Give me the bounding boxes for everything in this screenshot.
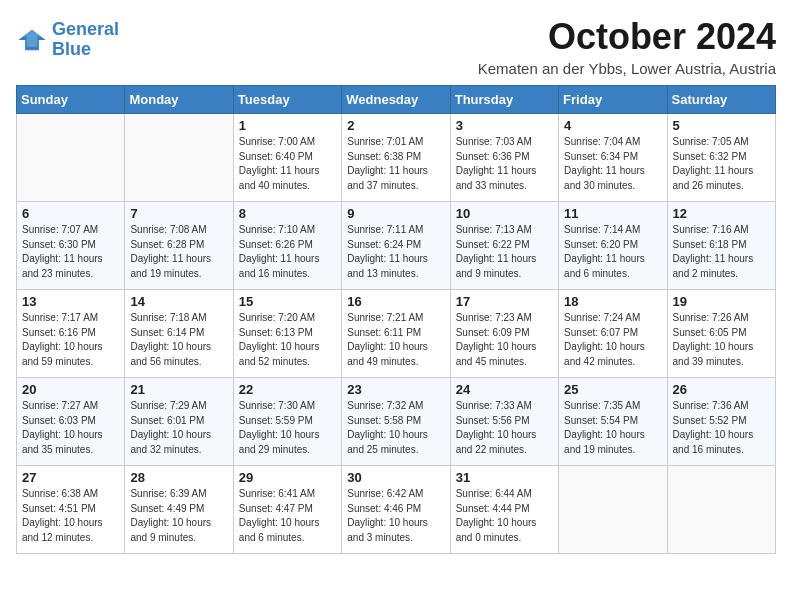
day-detail: Sunrise: 7:20 AMSunset: 6:13 PMDaylight:… [239, 311, 336, 369]
calendar-cell [667, 466, 775, 554]
day-detail: Sunrise: 7:13 AMSunset: 6:22 PMDaylight:… [456, 223, 553, 281]
week-row-1: 1Sunrise: 7:00 AMSunset: 6:40 PMDaylight… [17, 114, 776, 202]
calendar-cell [559, 466, 667, 554]
calendar-cell: 2Sunrise: 7:01 AMSunset: 6:38 PMDaylight… [342, 114, 450, 202]
day-detail: Sunrise: 6:42 AMSunset: 4:46 PMDaylight:… [347, 487, 444, 545]
day-detail: Sunrise: 7:17 AMSunset: 6:16 PMDaylight:… [22, 311, 119, 369]
calendar-cell: 12Sunrise: 7:16 AMSunset: 6:18 PMDayligh… [667, 202, 775, 290]
calendar-cell: 18Sunrise: 7:24 AMSunset: 6:07 PMDayligh… [559, 290, 667, 378]
calendar-table: SundayMondayTuesdayWednesdayThursdayFrid… [16, 85, 776, 554]
day-detail: Sunrise: 7:26 AMSunset: 6:05 PMDaylight:… [673, 311, 770, 369]
day-number: 21 [130, 382, 227, 397]
day-number: 29 [239, 470, 336, 485]
calendar-cell: 9Sunrise: 7:11 AMSunset: 6:24 PMDaylight… [342, 202, 450, 290]
day-number: 5 [673, 118, 770, 133]
calendar-cell: 29Sunrise: 6:41 AMSunset: 4:47 PMDayligh… [233, 466, 341, 554]
day-detail: Sunrise: 6:41 AMSunset: 4:47 PMDaylight:… [239, 487, 336, 545]
calendar-cell: 23Sunrise: 7:32 AMSunset: 5:58 PMDayligh… [342, 378, 450, 466]
logo-text: General Blue [52, 20, 119, 60]
day-detail: Sunrise: 7:14 AMSunset: 6:20 PMDaylight:… [564, 223, 661, 281]
page-header: General Blue October 2024 Kematen an der… [16, 16, 776, 77]
header-tuesday: Tuesday [233, 86, 341, 114]
header-saturday: Saturday [667, 86, 775, 114]
title-block: October 2024 Kematen an der Ybbs, Lower … [478, 16, 776, 77]
calendar-cell: 22Sunrise: 7:30 AMSunset: 5:59 PMDayligh… [233, 378, 341, 466]
calendar-cell: 3Sunrise: 7:03 AMSunset: 6:36 PMDaylight… [450, 114, 558, 202]
calendar-cell: 26Sunrise: 7:36 AMSunset: 5:52 PMDayligh… [667, 378, 775, 466]
day-number: 2 [347, 118, 444, 133]
day-number: 22 [239, 382, 336, 397]
header-thursday: Thursday [450, 86, 558, 114]
day-detail: Sunrise: 7:18 AMSunset: 6:14 PMDaylight:… [130, 311, 227, 369]
day-number: 3 [456, 118, 553, 133]
day-detail: Sunrise: 7:11 AMSunset: 6:24 PMDaylight:… [347, 223, 444, 281]
day-detail: Sunrise: 7:27 AMSunset: 6:03 PMDaylight:… [22, 399, 119, 457]
calendar-cell: 7Sunrise: 7:08 AMSunset: 6:28 PMDaylight… [125, 202, 233, 290]
day-number: 24 [456, 382, 553, 397]
header-monday: Monday [125, 86, 233, 114]
calendar-cell: 20Sunrise: 7:27 AMSunset: 6:03 PMDayligh… [17, 378, 125, 466]
calendar-cell: 19Sunrise: 7:26 AMSunset: 6:05 PMDayligh… [667, 290, 775, 378]
day-detail: Sunrise: 7:29 AMSunset: 6:01 PMDaylight:… [130, 399, 227, 457]
day-detail: Sunrise: 7:05 AMSunset: 6:32 PMDaylight:… [673, 135, 770, 193]
calendar-cell: 1Sunrise: 7:00 AMSunset: 6:40 PMDaylight… [233, 114, 341, 202]
header-friday: Friday [559, 86, 667, 114]
day-detail: Sunrise: 6:44 AMSunset: 4:44 PMDaylight:… [456, 487, 553, 545]
calendar-cell: 6Sunrise: 7:07 AMSunset: 6:30 PMDaylight… [17, 202, 125, 290]
calendar-cell: 30Sunrise: 6:42 AMSunset: 4:46 PMDayligh… [342, 466, 450, 554]
week-row-5: 27Sunrise: 6:38 AMSunset: 4:51 PMDayligh… [17, 466, 776, 554]
day-number: 7 [130, 206, 227, 221]
day-number: 23 [347, 382, 444, 397]
day-number: 8 [239, 206, 336, 221]
logo: General Blue [16, 20, 119, 60]
day-number: 9 [347, 206, 444, 221]
calendar-cell: 27Sunrise: 6:38 AMSunset: 4:51 PMDayligh… [17, 466, 125, 554]
day-detail: Sunrise: 7:35 AMSunset: 5:54 PMDaylight:… [564, 399, 661, 457]
day-number: 4 [564, 118, 661, 133]
calendar-cell: 5Sunrise: 7:05 AMSunset: 6:32 PMDaylight… [667, 114, 775, 202]
day-number: 11 [564, 206, 661, 221]
day-number: 14 [130, 294, 227, 309]
day-detail: Sunrise: 7:24 AMSunset: 6:07 PMDaylight:… [564, 311, 661, 369]
day-detail: Sunrise: 6:39 AMSunset: 4:49 PMDaylight:… [130, 487, 227, 545]
calendar-cell: 11Sunrise: 7:14 AMSunset: 6:20 PMDayligh… [559, 202, 667, 290]
calendar-cell [17, 114, 125, 202]
calendar-cell: 8Sunrise: 7:10 AMSunset: 6:26 PMDaylight… [233, 202, 341, 290]
day-detail: Sunrise: 7:21 AMSunset: 6:11 PMDaylight:… [347, 311, 444, 369]
header-sunday: Sunday [17, 86, 125, 114]
week-row-4: 20Sunrise: 7:27 AMSunset: 6:03 PMDayligh… [17, 378, 776, 466]
day-detail: Sunrise: 7:10 AMSunset: 6:26 PMDaylight:… [239, 223, 336, 281]
calendar-cell: 10Sunrise: 7:13 AMSunset: 6:22 PMDayligh… [450, 202, 558, 290]
day-detail: Sunrise: 7:36 AMSunset: 5:52 PMDaylight:… [673, 399, 770, 457]
day-number: 16 [347, 294, 444, 309]
day-detail: Sunrise: 6:38 AMSunset: 4:51 PMDaylight:… [22, 487, 119, 545]
day-detail: Sunrise: 7:30 AMSunset: 5:59 PMDaylight:… [239, 399, 336, 457]
week-row-3: 13Sunrise: 7:17 AMSunset: 6:16 PMDayligh… [17, 290, 776, 378]
day-number: 19 [673, 294, 770, 309]
day-number: 12 [673, 206, 770, 221]
day-number: 30 [347, 470, 444, 485]
logo-icon [16, 28, 48, 52]
day-number: 17 [456, 294, 553, 309]
day-number: 27 [22, 470, 119, 485]
calendar-cell: 14Sunrise: 7:18 AMSunset: 6:14 PMDayligh… [125, 290, 233, 378]
calendar-cell [125, 114, 233, 202]
calendar-cell: 4Sunrise: 7:04 AMSunset: 6:34 PMDaylight… [559, 114, 667, 202]
calendar-cell: 28Sunrise: 6:39 AMSunset: 4:49 PMDayligh… [125, 466, 233, 554]
day-number: 13 [22, 294, 119, 309]
day-detail: Sunrise: 7:33 AMSunset: 5:56 PMDaylight:… [456, 399, 553, 457]
header-wednesday: Wednesday [342, 86, 450, 114]
day-detail: Sunrise: 7:08 AMSunset: 6:28 PMDaylight:… [130, 223, 227, 281]
day-number: 31 [456, 470, 553, 485]
calendar-cell: 24Sunrise: 7:33 AMSunset: 5:56 PMDayligh… [450, 378, 558, 466]
day-detail: Sunrise: 7:07 AMSunset: 6:30 PMDaylight:… [22, 223, 119, 281]
day-detail: Sunrise: 7:00 AMSunset: 6:40 PMDaylight:… [239, 135, 336, 193]
location-title: Kematen an der Ybbs, Lower Austria, Aust… [478, 60, 776, 77]
month-title: October 2024 [478, 16, 776, 58]
day-detail: Sunrise: 7:16 AMSunset: 6:18 PMDaylight:… [673, 223, 770, 281]
calendar-cell: 15Sunrise: 7:20 AMSunset: 6:13 PMDayligh… [233, 290, 341, 378]
calendar-cell: 21Sunrise: 7:29 AMSunset: 6:01 PMDayligh… [125, 378, 233, 466]
day-number: 1 [239, 118, 336, 133]
calendar-cell: 13Sunrise: 7:17 AMSunset: 6:16 PMDayligh… [17, 290, 125, 378]
calendar-cell: 31Sunrise: 6:44 AMSunset: 4:44 PMDayligh… [450, 466, 558, 554]
